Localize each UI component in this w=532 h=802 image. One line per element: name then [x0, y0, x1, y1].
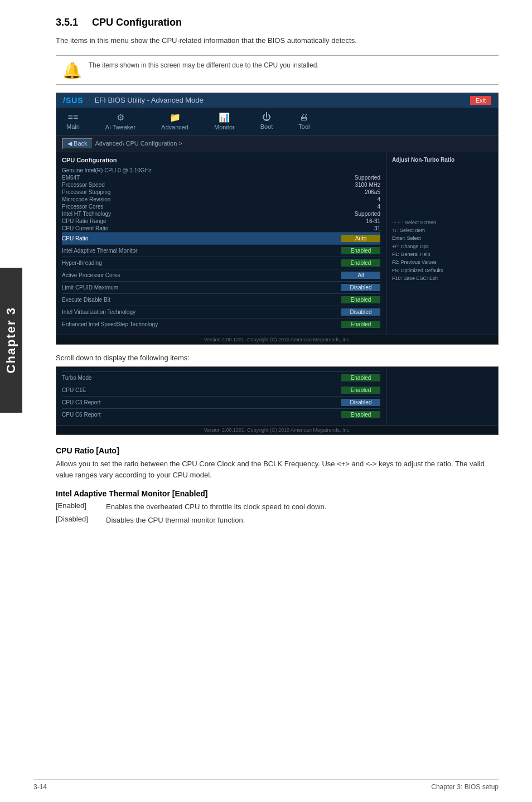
option-c3-report[interactable]: CPU C3 Report Disabled	[62, 396, 380, 408]
nav-tool[interactable]: 🖨 Tool	[294, 110, 314, 132]
note-text: The items shown in this screen may be di…	[89, 60, 319, 70]
explain-key-enabled: [Enabled]	[56, 501, 106, 513]
turbo-value: Enabled	[341, 374, 380, 381]
cpu-info-row-4: Microcode Revision 4	[62, 196, 380, 203]
proc-cores-value: 4	[377, 204, 380, 210]
explain-title-1: CPU Ratio [Auto]	[56, 446, 499, 455]
explain-text-1: Allows you to set the ratio between the …	[56, 458, 499, 482]
cpu-info-row-3: Processor Stepping 206a5	[62, 189, 380, 196]
option-c6-report[interactable]: CPU C6 Report Enabled	[62, 408, 380, 421]
help-text-block: →←: Select Screen ↑↓: Select Item Enter:…	[392, 219, 492, 283]
bios-scroll-right	[386, 367, 498, 425]
back-button[interactable]: ◀ Back	[62, 138, 93, 149]
nav-monitor[interactable]: 📊 Monitor	[210, 110, 239, 133]
proc-stepping-value: 206a5	[365, 189, 380, 195]
explain-row-disabled: [Disabled] Disables the CPU thermal moni…	[56, 515, 499, 526]
bios-content-area: CPU Configuration Genuine Intel(R) CPU 0…	[56, 152, 498, 335]
page-footer: 3-14 Chapter 3: BIOS setup	[33, 779, 499, 791]
explain-title-2: Intel Adaptive Thermal Monitor [Enabled]	[56, 489, 499, 498]
hyperthreading-value: Enabled	[341, 259, 380, 267]
chapter-sidebar: Chapter 3	[0, 268, 22, 413]
option-c1e[interactable]: CPU C1E Enabled	[62, 384, 380, 396]
breadcrumb-path: Advanced\ CPU Configuration >	[95, 140, 182, 147]
c1e-value: Enabled	[341, 386, 380, 394]
chapter-label: Chapter 3	[4, 307, 18, 373]
nav-advanced-label: Advanced	[161, 124, 188, 131]
bios-navbar: ≡≡ Main ⚙ Ai Tweaker 📁 Advanced 📊 Monito…	[56, 108, 498, 136]
footer-page-number: 3-14	[33, 783, 47, 791]
active-cores-label: Active Processor Cores	[62, 272, 341, 278]
help-line-2: ↑↓: Select Item	[392, 226, 492, 234]
help-line-8: F10: Save ESC: Exit	[392, 274, 492, 282]
bios-left-panel: CPU Configuration Genuine Intel(R) CPU 0…	[56, 152, 386, 335]
option-thermal-monitor[interactable]: Intel Adaptive Thermal Monitor Enabled	[62, 244, 380, 257]
nav-boot[interactable]: ⏻ Boot	[256, 110, 278, 132]
section-title: CPU Configuration	[92, 17, 182, 28]
c6-report-label: CPU C6 Report	[62, 412, 341, 418]
bios-scroll-content: Turbo Mode Enabled CPU C1E Enabled CPU C…	[56, 367, 498, 425]
current-ratio-value: 31	[374, 225, 380, 231]
explain-table-2: [Enabled] Enables the overheated CPU to …	[56, 501, 499, 525]
bios-screen-main: /SUS EFI BIOS Utility - Advanced Mode Ex…	[56, 93, 499, 345]
option-turbo[interactable]: Turbo Mode Enabled	[62, 371, 380, 384]
intro-text: The items in this menu show the CPU-rela…	[56, 35, 499, 46]
active-cores-value: All	[341, 272, 380, 279]
nav-aitweaker-label: Ai Tweaker	[105, 124, 136, 131]
speedstep-label: Enhanced Intel SpeedStep Technology	[62, 321, 341, 327]
proc-speed-label: Processor Speed	[62, 182, 105, 188]
explain-row-enabled: [Enabled] Enables the overheated CPU to …	[56, 501, 499, 513]
proc-stepping-label: Processor Stepping	[62, 189, 110, 195]
help-line-5: F1: General Help	[392, 250, 492, 258]
footer-chapter-ref: Chapter 3: BIOS setup	[431, 783, 499, 791]
monitor-icon: 📊	[214, 112, 235, 123]
help-line-6: F2: Previous Values	[392, 258, 492, 266]
help-line-3: Enter: Select	[392, 234, 492, 242]
explain-val-enabled: Enables the overheated CPU to throttle i…	[106, 501, 326, 513]
c6-report-value: Enabled	[341, 411, 380, 418]
cpu-ratio-label: CPU Ratio	[62, 235, 341, 241]
scroll-label: Scroll down to display the following ite…	[56, 354, 499, 362]
nav-main-label: Main	[66, 123, 80, 130]
option-cpu-ratio[interactable]: CPU Ratio Auto	[62, 232, 380, 244]
execute-disable-value: Enabled	[341, 296, 380, 303]
cpu-model-label: Genuine Intel(R) CPU 0 @ 3.10GHz	[62, 167, 152, 173]
bios-section-title: CPU Configuration	[62, 157, 380, 163]
bios-logo: /SUS	[63, 96, 84, 105]
ratio-range-value: 16-31	[366, 218, 380, 224]
option-limit-cpuid[interactable]: Limit CPUID Maximum Disabled	[62, 281, 380, 293]
c1e-label: CPU C1E	[62, 387, 341, 393]
proc-cores-label: Processor Cores	[62, 204, 103, 210]
bios-options-list: CPU Ratio Auto Intel Adaptive Thermal Mo…	[62, 232, 380, 330]
ht-tech-value: Supported	[355, 211, 380, 217]
nav-advanced[interactable]: 📁 Advanced	[157, 110, 193, 133]
option-speedstep[interactable]: Enhanced Intel SpeedStep Technology Enab…	[62, 318, 380, 330]
cpu-info-row-8: CPU Current Ratio 31	[62, 225, 380, 232]
microcode-value: 4	[377, 196, 380, 202]
vt-label: Intel Virtualization Technology	[62, 309, 341, 315]
help-line-7: F5: Optimized Defaults	[392, 267, 492, 274]
right-panel-title: Adjust Non-Turbo Ratio	[392, 157, 492, 163]
option-execute-disable[interactable]: Execute Disable Bit Enabled	[62, 293, 380, 306]
boot-icon: ⏻	[260, 112, 273, 122]
aitweaker-icon: ⚙	[105, 112, 136, 123]
bios-exit-button[interactable]: Exit	[470, 96, 491, 105]
note-icon: 🔔	[62, 61, 82, 80]
option-hyperthreading[interactable]: Hyper-threading Enabled	[62, 257, 380, 269]
section-number: 3.5.1	[56, 17, 78, 28]
nav-tool-label: Tool	[298, 123, 309, 130]
help-line-1: →←: Select Screen	[392, 219, 492, 226]
option-vt[interactable]: Intel Virtualization Technology Disabled	[62, 306, 380, 318]
option-active-cores[interactable]: Active Processor Cores All	[62, 269, 380, 281]
nav-monitor-label: Monitor	[214, 124, 235, 131]
help-line-4: +/-: Change Opt.	[392, 243, 492, 250]
em64t-label: EM64T	[62, 175, 80, 181]
proc-speed-value: 3100 MHz	[355, 182, 380, 188]
nav-aitweaker[interactable]: ⚙ Ai Tweaker	[101, 110, 140, 133]
current-ratio-label: CPU Current Ratio	[62, 225, 108, 231]
tool-icon: 🖨	[298, 112, 309, 122]
bios-breadcrumb: ◀ Back Advanced\ CPU Configuration >	[56, 136, 498, 152]
note-box: 🔔 The items shown in this screen may be …	[56, 55, 499, 85]
section-heading: 3.5.1 CPU Configuration	[56, 17, 499, 28]
advanced-icon: 📁	[161, 112, 188, 123]
nav-main[interactable]: ≡≡ Main	[62, 110, 84, 132]
